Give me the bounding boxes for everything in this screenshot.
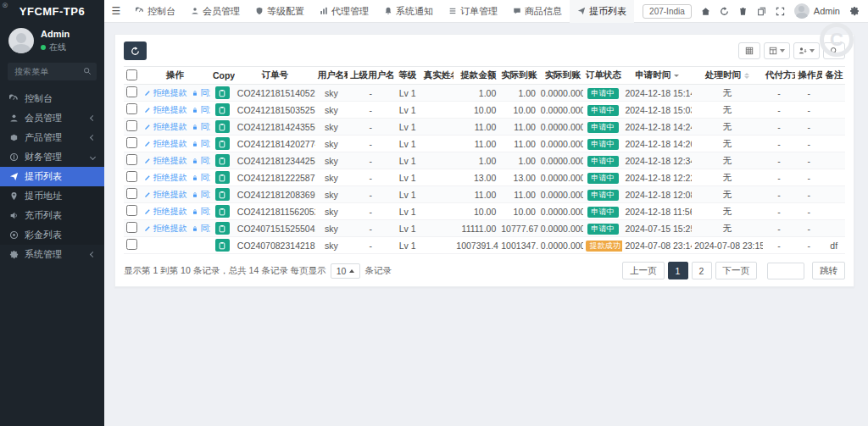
tab-notices[interactable]: 系统通知	[376, 0, 441, 23]
cell-level: Lv 1	[394, 237, 421, 254]
cell-user: sky	[315, 119, 348, 136]
tab-goods[interactable]: 商品信息	[505, 0, 570, 23]
prev-page-button[interactable]: 上一页	[622, 262, 665, 279]
sidebar-item-withdraw-list[interactable]: 提币列表	[0, 167, 104, 186]
columns-button[interactable]	[764, 42, 790, 59]
row-checkbox[interactable]	[126, 120, 137, 131]
cell-actual: 10.00	[498, 102, 538, 119]
row-checkbox[interactable]	[126, 205, 137, 216]
tab-withdraw-list[interactable]: 提币列表	[570, 0, 634, 23]
row-checkbox[interactable]	[126, 222, 137, 233]
row-checkbox[interactable]	[126, 103, 137, 114]
topbar-user-menu[interactable]: Admin	[794, 3, 840, 19]
reject-withdraw-link[interactable]: 拒绝提款	[144, 223, 186, 235]
row-checkbox[interactable]	[126, 171, 137, 182]
row-checkbox[interactable]	[126, 86, 137, 97]
sidebar-item-bonus-list[interactable]: 彩金列表	[0, 225, 104, 245]
home-button[interactable]	[701, 7, 710, 16]
settings-gears-icon[interactable]	[849, 6, 860, 16]
cell-copy	[210, 237, 235, 254]
copy-order-button[interactable]	[215, 154, 230, 167]
cell-actual2: 0.0000.000	[538, 152, 583, 169]
approve-withdraw-link[interactable]: 同意提款	[192, 104, 209, 116]
jump-button[interactable]: 跳转	[812, 262, 845, 279]
region-selector[interactable]: 207-India	[643, 4, 692, 19]
reject-withdraw-link[interactable]: 拒绝提款	[144, 87, 186, 99]
cell-pay_method: -	[763, 220, 796, 237]
tab-agents[interactable]: 代理管理	[312, 0, 376, 23]
reject-withdraw-link[interactable]: 拒绝提款	[144, 206, 186, 218]
copy-order-button[interactable]	[215, 120, 230, 133]
tab-members[interactable]: 会员管理	[183, 0, 248, 23]
row-checkbox[interactable]	[126, 154, 137, 165]
collapse-sidebar-icon[interactable]: ⊗	[2, 1, 8, 9]
tab-orders[interactable]: 订单管理	[441, 0, 505, 23]
col-header-process_time[interactable]: 处理时间	[692, 67, 762, 85]
sidebar-item-withdraw-address[interactable]: 提币地址	[0, 186, 104, 206]
row-checkbox[interactable]	[126, 188, 137, 199]
approve-withdraw-link[interactable]: 同意提款	[192, 87, 209, 99]
cell-operator: -	[795, 203, 822, 220]
export-button[interactable]	[793, 42, 820, 59]
approve-withdraw-link[interactable]: 同意提款	[192, 155, 209, 167]
row-checkbox[interactable]	[126, 239, 137, 250]
tab-levels[interactable]: 等级配置	[248, 0, 312, 23]
approve-withdraw-link[interactable]: 同意提款	[192, 223, 209, 235]
copy-order-button[interactable]	[215, 205, 230, 218]
approve-withdraw-link[interactable]: 同意提款	[192, 189, 209, 201]
sidebar-item-deposit-list[interactable]: 充币列表	[0, 206, 104, 225]
tab-dashboard[interactable]: 控制台	[128, 0, 183, 23]
lock-icon	[192, 174, 198, 181]
approve-withdraw-link[interactable]: 同意提款	[192, 138, 209, 150]
cell-remark	[822, 119, 845, 136]
sidebar-item-system[interactable]: 系统管理	[0, 245, 104, 264]
sidebar-item-finance[interactable]: 财务管理	[0, 147, 104, 167]
reject-withdraw-link[interactable]: 拒绝提款	[144, 155, 186, 167]
fullscreen-button[interactable]	[776, 7, 785, 16]
caret-up-icon	[349, 269, 354, 273]
grid-button[interactable]	[738, 42, 760, 59]
copy-button[interactable]	[757, 7, 766, 16]
reject-withdraw-link[interactable]: 拒绝提款	[144, 189, 186, 201]
lock-icon	[192, 124, 198, 130]
copy-order-button[interactable]	[215, 188, 230, 201]
col-header-apply_time[interactable]: 申请时间	[622, 67, 692, 85]
clipboard-icon	[218, 123, 226, 131]
copy-order-button[interactable]	[215, 239, 230, 252]
cell-realname	[421, 237, 454, 254]
refresh-table-button[interactable]	[124, 41, 147, 60]
topbar-tabs: 控制台会员管理等级配置代理管理系统通知订单管理商品信息提币列表	[128, 0, 634, 23]
copy-order-button[interactable]	[215, 222, 230, 235]
cell-op: 拒绝提款同意提款	[139, 152, 209, 169]
page-size-select[interactable]: 10	[331, 263, 361, 279]
copy-order-button[interactable]	[215, 86, 230, 99]
cell-realname	[421, 220, 454, 237]
page-button-1[interactable]: 1	[668, 262, 688, 279]
sidebar-item-members[interactable]: 会员管理	[0, 108, 104, 128]
sidebar-item-products[interactable]: 产品管理	[0, 128, 104, 147]
reject-withdraw-link[interactable]: 拒绝提款	[144, 172, 186, 184]
table-row: 拒绝提款同意提款CO2407151525504254sky-Lv 111111.…	[124, 220, 845, 237]
refresh-button[interactable]	[720, 7, 729, 16]
topbar-icons	[701, 7, 785, 16]
copy-order-button[interactable]	[215, 171, 230, 184]
row-checkbox[interactable]	[126, 137, 137, 148]
menu-toggle-icon[interactable]: ☰	[104, 5, 128, 17]
page-button-2[interactable]: 2	[692, 262, 712, 279]
pagination-summary-suffix: 条记录	[364, 265, 392, 277]
reject-withdraw-link[interactable]: 拒绝提款	[144, 138, 186, 150]
cell-order: CO2412181420277497	[235, 136, 315, 152]
copy-order-button[interactable]	[215, 103, 230, 116]
reject-withdraw-link[interactable]: 拒绝提款	[144, 121, 186, 133]
approve-withdraw-link[interactable]: 同意提款	[192, 172, 209, 184]
reject-withdraw-link[interactable]: 拒绝提款	[144, 104, 186, 116]
approve-withdraw-link[interactable]: 同意提款	[192, 121, 209, 133]
trash-button[interactable]	[738, 7, 748, 16]
next-page-button[interactable]: 下一页	[715, 262, 758, 279]
select-all-checkbox[interactable]	[126, 69, 137, 80]
approve-withdraw-link[interactable]: 同意提款	[192, 206, 209, 218]
cell-status: 申请中	[583, 186, 623, 203]
copy-order-button[interactable]	[215, 137, 230, 150]
jump-page-input[interactable]	[767, 263, 804, 279]
sidebar-item-dashboard[interactable]: 控制台	[0, 89, 104, 108]
